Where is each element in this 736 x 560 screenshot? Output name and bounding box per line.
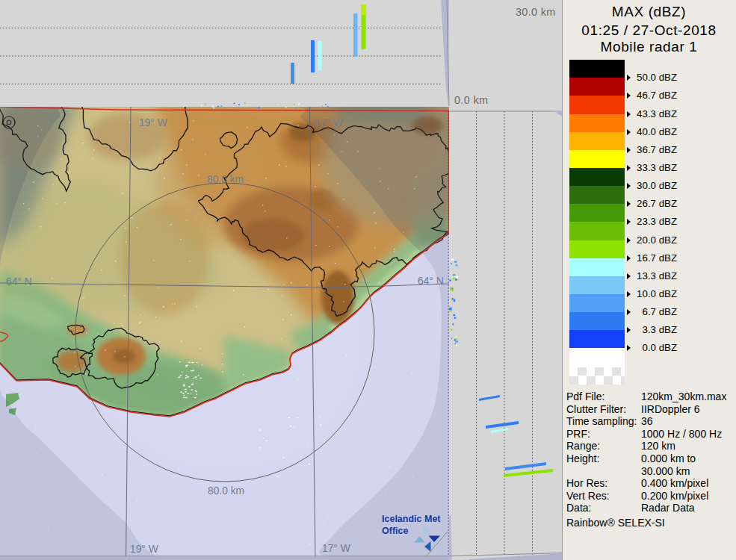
svg-text:80.0 km: 80.0 km bbox=[207, 174, 244, 185]
svg-text:64° N: 64° N bbox=[418, 276, 444, 287]
svg-text:64° N: 64° N bbox=[6, 276, 32, 287]
svg-text:19° W: 19° W bbox=[130, 544, 158, 555]
svg-text:17° W: 17° W bbox=[322, 543, 350, 554]
svg-text:80.0 km: 80.0 km bbox=[208, 485, 244, 497]
svg-text:17° W: 17° W bbox=[315, 117, 343, 128]
svg-text:Icelandic Met: Icelandic Met bbox=[382, 514, 441, 524]
svg-text:19° W: 19° W bbox=[139, 117, 167, 128]
svg-text:Office: Office bbox=[382, 526, 408, 536]
